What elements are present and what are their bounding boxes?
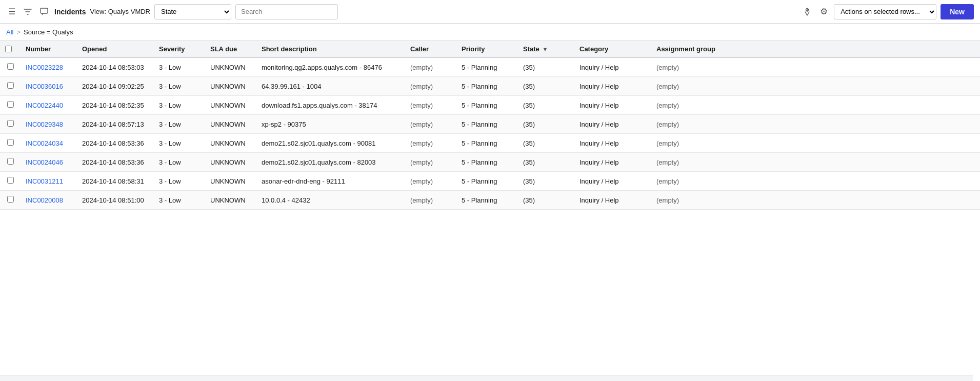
new-button[interactable]: New [941, 4, 974, 19]
table-row: INC0022440 2024-10-14 08:52:35 3 - Low U… [0, 96, 980, 115]
incident-number-link[interactable]: INC0023228 [26, 64, 63, 71]
cell-severity: 3 - Low [154, 134, 205, 153]
cell-caller: (empty) [405, 191, 456, 210]
table-wrapper: Number Opened Severity SLA due Short des… [0, 41, 980, 381]
cell-caller: (empty) [405, 153, 456, 172]
select-all-checkbox[interactable] [5, 46, 12, 52]
cell-assignment-group: (empty) [651, 96, 980, 115]
th-number[interactable]: Number [21, 41, 77, 57]
pin-icon[interactable] [801, 5, 814, 18]
cell-number: INC0022440 [21, 96, 77, 115]
cell-assignment-group: (empty) [651, 77, 980, 96]
row-checkbox[interactable] [7, 177, 14, 184]
filter-icon[interactable] [22, 6, 34, 18]
cell-number: INC0036016 [21, 77, 77, 96]
cell-category: Inquiry / Help [574, 134, 651, 153]
cell-sla-due: UNKNOWN [205, 57, 256, 77]
cell-opened: 2024-10-14 08:53:36 [77, 153, 154, 172]
row-checkbox-cell [0, 191, 21, 210]
th-opened[interactable]: Opened [77, 41, 154, 57]
cell-state: (35) [518, 96, 574, 115]
th-priority[interactable]: Priority [456, 41, 518, 57]
breadcrumb-filter: Source = Qualys [24, 28, 73, 36]
search-header-icon[interactable] [15, 46, 15, 53]
breadcrumb-all[interactable]: All [6, 28, 13, 36]
row-checkbox[interactable] [7, 63, 14, 70]
row-checkbox[interactable] [7, 101, 14, 108]
incident-number-link[interactable]: INC0024046 [26, 158, 63, 166]
cell-priority: 5 - Planning [456, 77, 518, 96]
page-title: Incidents [54, 8, 86, 16]
cell-state: (35) [518, 191, 574, 210]
cell-short-description: monitoring.qg2.apps.qualys.com - 86476 [256, 57, 405, 77]
th-assignment-group[interactable]: Assignment group [651, 41, 980, 57]
cell-caller: (empty) [405, 172, 456, 191]
incident-number-link[interactable]: INC0036016 [26, 83, 63, 90]
table-header-row: Number Opened Severity SLA due Short des… [0, 41, 980, 57]
cell-category: Inquiry / Help [574, 172, 651, 191]
row-checkbox[interactable] [7, 196, 14, 203]
table-row: INC0031211 2024-10-14 08:58:31 3 - Low U… [0, 172, 980, 191]
incident-number-link[interactable]: INC0020008 [26, 196, 63, 204]
incident-number-link[interactable]: INC0022440 [26, 102, 63, 109]
row-checkbox[interactable] [7, 139, 14, 146]
table-row: INC0020008 2024-10-14 08:51:00 3 - Low U… [0, 191, 980, 210]
table-row: INC0024034 2024-10-14 08:53:36 3 - Low U… [0, 134, 980, 153]
cell-short-description: demo21.s02.sjc01.qualys.com - 90081 [256, 134, 405, 153]
incidents-table: Number Opened Severity SLA due Short des… [0, 41, 980, 210]
row-checkbox[interactable] [7, 120, 14, 127]
th-severity[interactable]: Severity [154, 41, 205, 57]
th-short-description[interactable]: Short description [256, 41, 405, 57]
cell-assignment-group: (empty) [651, 134, 980, 153]
cell-state: (35) [518, 134, 574, 153]
table-row: INC0024046 2024-10-14 08:53:36 3 - Low U… [0, 153, 980, 172]
cell-caller: (empty) [405, 57, 456, 77]
th-caller[interactable]: Caller [405, 41, 456, 57]
menu-icon[interactable] [6, 5, 17, 18]
cell-state: (35) [518, 153, 574, 172]
row-checkbox[interactable] [7, 82, 14, 89]
cell-priority: 5 - Planning [456, 96, 518, 115]
table-row: INC0023228 2024-10-14 08:53:03 3 - Low U… [0, 57, 980, 77]
cell-caller: (empty) [405, 77, 456, 96]
table-row: INC0029348 2024-10-14 08:57:13 3 - Low U… [0, 115, 980, 134]
row-checkbox[interactable] [7, 158, 14, 165]
th-sla-due[interactable]: SLA due [205, 41, 256, 57]
incident-number-link[interactable]: INC0029348 [26, 121, 63, 128]
th-checkbox [0, 41, 21, 57]
cell-assignment-group: (empty) [651, 172, 980, 191]
cell-severity: 3 - Low [154, 115, 205, 134]
cell-number: INC0024046 [21, 153, 77, 172]
state-dropdown[interactable]: State [154, 4, 231, 19]
gear-icon[interactable]: ⚙ [818, 4, 830, 19]
cell-assignment-group: (empty) [651, 191, 980, 210]
chat-icon[interactable] [38, 6, 50, 18]
cell-opened: 2024-10-14 09:02:25 [77, 77, 154, 96]
th-category[interactable]: Category [574, 41, 651, 57]
cell-sla-due: UNKNOWN [205, 134, 256, 153]
cell-category: Inquiry / Help [574, 77, 651, 96]
search-input[interactable] [235, 4, 338, 19]
cell-category: Inquiry / Help [574, 115, 651, 134]
cell-severity: 3 - Low [154, 96, 205, 115]
th-state[interactable]: State ▼ [518, 41, 574, 57]
row-checkbox-cell [0, 172, 21, 191]
cell-opened: 2024-10-14 08:53:03 [77, 57, 154, 77]
cell-priority: 5 - Planning [456, 191, 518, 210]
cell-priority: 5 - Planning [456, 134, 518, 153]
cell-short-description: download.fs1.apps.qualys.com - 38174 [256, 96, 405, 115]
cell-short-description: 64.39.99.161 - 1004 [256, 77, 405, 96]
cell-opened: 2024-10-14 08:51:00 [77, 191, 154, 210]
incident-number-link[interactable]: INC0024034 [26, 139, 63, 147]
cell-caller: (empty) [405, 134, 456, 153]
horizontal-scrollbar[interactable] [0, 375, 973, 381]
cell-priority: 5 - Planning [456, 57, 518, 77]
cell-category: Inquiry / Help [574, 57, 651, 77]
row-checkbox-cell [0, 115, 21, 134]
row-checkbox-cell [0, 134, 21, 153]
incident-number-link[interactable]: INC0031211 [26, 177, 63, 185]
cell-assignment-group: (empty) [651, 57, 980, 77]
actions-dropdown[interactable]: Actions on selected rows... [834, 4, 936, 19]
cell-priority: 5 - Planning [456, 115, 518, 134]
cell-opened: 2024-10-14 08:58:31 [77, 172, 154, 191]
